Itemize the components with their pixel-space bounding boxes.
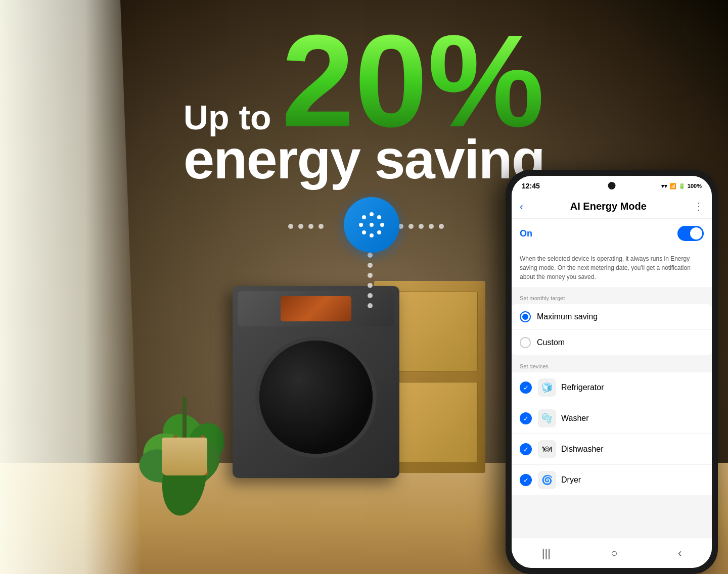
status-icons: ▾▾ 📶 🔋 100% [661,183,702,189]
radio-filled-maximum [522,314,528,320]
washer-icon: 🫧 [538,409,556,427]
hub-dot-bottomleft [362,230,366,234]
smartthings-hub-icon [344,197,399,253]
plant-container [162,397,207,475]
plant-pot [162,438,207,475]
description-text: When the selected device is operating, i… [512,248,712,288]
machine-drum-inner [259,341,373,454]
device-item-dryer[interactable]: ✓ 🌀 Dryer [512,465,712,495]
hub-dot-topleft [362,215,366,219]
machine-drum [255,337,377,458]
device-item-dishwasher[interactable]: ✓ 🍽 Dishwasher [512,434,712,465]
battery-icon: 🔋 [678,183,686,189]
radio-circle-custom [520,337,531,348]
hub-dot-left [359,223,363,227]
connection-dots-right [398,224,444,229]
hub-dot-top [370,212,374,216]
device-check-dryer: ✓ [520,474,532,486]
plant-stem [183,397,187,438]
radio-item-custom[interactable]: Custom [512,330,712,355]
device-name-washer: Washer [561,414,589,423]
hub-dot-bottomright [377,230,381,234]
main-scene: Up to 20% energy saving [0,0,728,574]
app-title: AI Energy Mode [570,201,647,212]
radio-label-custom: Custom [537,338,565,347]
wifi-icon: ▾▾ [661,183,667,189]
radio-circle-maximum [520,311,531,322]
nav-menu-button[interactable]: ||| [542,547,551,560]
app-header: ‹ AI Energy Mode ⋮ [512,196,712,219]
back-button[interactable]: ‹ [520,201,523,212]
radio-label-maximum: Maximum saving [537,312,598,321]
device-list: ✓ 🧊 Refrigerator ✓ 🫧 Washer ✓ 🍽 Dishwash… [512,372,712,495]
radio-item-maximum[interactable]: Maximum saving [512,304,712,330]
devices-section-label: Set devices [512,356,712,372]
hub-dot-topright [377,215,381,219]
nav-home-button[interactable]: ○ [611,547,617,560]
connection-dots-left [288,224,324,229]
radio-group: Maximum saving Custom [512,304,712,355]
device-item-washer[interactable]: ✓ 🫧 Washer [512,403,712,434]
device-item-refrigerator[interactable]: ✓ 🧊 Refrigerator [512,372,712,403]
bottom-navigation: ||| ○ ‹ [512,538,712,568]
device-check-refrigerator: ✓ [520,381,532,394]
hub-dot-center [370,223,374,227]
refrigerator-icon: 🧊 [538,378,556,397]
phone-mockup: 12:45 ▾▾ 📶 🔋 100% ‹ AI Energy Mode ⋮ On [506,170,718,574]
connection-dots-vertical [368,253,373,308]
monthly-target-label: Set monthly target [512,288,712,304]
nav-back-button[interactable]: ‹ [678,547,681,560]
device-check-washer: ✓ [520,412,532,424]
device-name-dishwasher: Dishwasher [561,445,604,454]
signal-icon: 📶 [669,183,676,189]
phone-camera [608,182,616,189]
headline-section: Up to 20% energy saving [0,25,728,191]
hub-dots-container [356,210,387,240]
status-time: 12:45 [522,182,540,190]
percent-text: 20% [282,25,544,137]
more-options-button[interactable]: ⋮ [694,200,704,212]
washing-machine [233,286,399,478]
phone-screen: 12:45 ▾▾ 📶 🔋 100% ‹ AI Energy Mode ⋮ On [512,176,712,568]
toggle-knob [690,227,702,240]
dishwasher-icon: 🍽 [538,440,556,458]
machine-screen [281,296,351,321]
toggle-row: On [512,219,712,248]
toggle-switch[interactable] [677,226,704,241]
device-name-refrigerator: Refrigerator [561,383,604,392]
battery-label: 100% [688,183,702,189]
dryer-icon: 🌀 [538,471,556,489]
hub-dot-bottom [370,233,374,237]
device-name-dryer: Dryer [561,475,581,485]
hub-dot-right [380,223,384,227]
device-check-dishwasher: ✓ [520,443,532,455]
toggle-label: On [520,228,532,239]
